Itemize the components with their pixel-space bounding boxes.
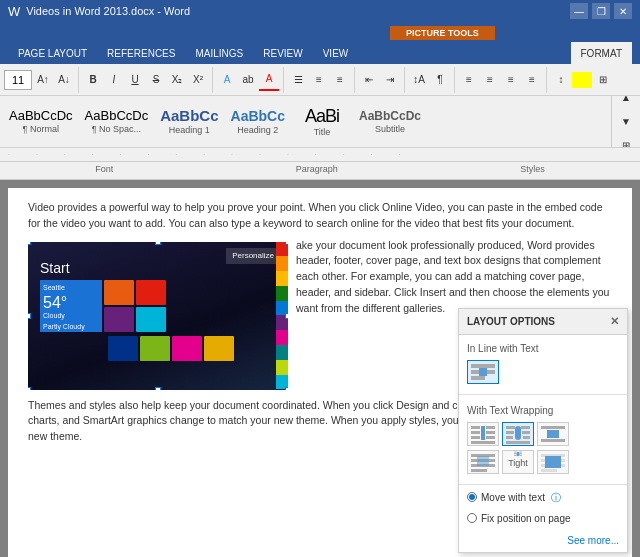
tile-r2 (140, 336, 170, 361)
swatch-yellow (276, 271, 288, 286)
move-with-text-radio[interactable] (467, 492, 477, 502)
tab-page-layout[interactable]: PAGE LAYOUT (8, 42, 97, 64)
wrap-through-btn[interactable] (502, 422, 534, 446)
borders-btn[interactable]: ⊞ (593, 69, 613, 91)
align-right-btn[interactable]: ≡ (501, 69, 521, 91)
show-hide-btn[interactable]: ¶ (430, 69, 450, 91)
font-size-input[interactable] (4, 70, 32, 90)
wrap-infront-btn[interactable] (537, 450, 569, 474)
tab-mailings[interactable]: MAILINGS (185, 42, 253, 64)
section-labels: Font Paragraph Styles (0, 162, 640, 180)
tile-maps (136, 307, 166, 332)
fix-position-option[interactable]: Fix position on page (459, 508, 627, 529)
wrap-icons-row2: Tight (467, 450, 619, 474)
style-heading1[interactable]: AaBbCc Heading 1 (155, 99, 223, 145)
body-text-2: ake your document look professionally pr… (296, 239, 609, 314)
tab-format[interactable]: FORMAT (571, 42, 632, 64)
fix-position-label: Fix position on page (481, 511, 571, 526)
panel-close-btn[interactable]: ✕ (610, 313, 619, 330)
style-no-spacing[interactable]: AaBbCcDc ¶ No Spac... (80, 99, 154, 145)
video-embed[interactable]: Start Personalize ✉ (28, 242, 288, 390)
section-paragraph[interactable]: Paragraph (288, 164, 346, 177)
increase-indent-btn[interactable]: ⇥ (380, 69, 400, 91)
weather-condition: Cloudy (43, 311, 99, 322)
styles-scroll-up[interactable]: ▲ (616, 96, 636, 109)
svg-rect-20 (541, 426, 565, 429)
line-spacing-btn[interactable]: ↕ (551, 69, 571, 91)
wrap-topbottom-btn[interactable] (537, 422, 569, 446)
superscript-btn[interactable]: X² (188, 69, 208, 91)
align-left-btn[interactable]: ≡ (459, 69, 479, 91)
bold-btn[interactable]: B (83, 69, 103, 91)
weather-temp: 54° (43, 295, 99, 311)
close-button[interactable]: ✕ (614, 3, 632, 19)
move-with-text-info[interactable]: ⓘ (551, 490, 561, 505)
styles-expand[interactable]: ⊞ (616, 135, 636, 149)
decrease-font-btn[interactable]: A↓ (54, 69, 74, 91)
weather-detail: Partly Cloudy (43, 322, 99, 333)
svg-rect-0 (471, 364, 495, 368)
style-normal[interactable]: AaBbCcDc ¶ Normal (4, 99, 78, 145)
style-title[interactable]: AaBi Title (292, 99, 352, 145)
handle-br (285, 387, 288, 390)
wrap-tight-btn[interactable]: Tight (502, 450, 534, 474)
justify-btn[interactable]: ≡ (522, 69, 542, 91)
tile-r3 (172, 336, 202, 361)
indent-group: ⇤ ⇥ (359, 67, 405, 93)
tile-music (104, 307, 134, 332)
styles-row: AaBbCcDc ¶ Normal AaBbCcDc ¶ No Spac... … (0, 96, 640, 148)
style-subtitle[interactable]: AaBbCcDc Subtitle (354, 99, 426, 145)
bullets-btn[interactable]: ☰ (288, 69, 308, 91)
svg-rect-17 (523, 436, 530, 439)
svg-rect-30 (514, 453, 516, 454)
wrap-inline-btn[interactable] (467, 360, 499, 384)
restore-button[interactable]: ❐ (592, 3, 610, 19)
tab-review[interactable]: REVIEW (253, 42, 312, 64)
minimize-button[interactable]: — (570, 3, 588, 19)
paragraph-2: ake your document look professionally pr… (296, 238, 612, 317)
wrap-inline-icon (469, 362, 497, 382)
layout-options-panel: LAYOUT OPTIONS ✕ In Line with Text (458, 308, 628, 553)
wrap-square-icon (469, 424, 497, 444)
multilevel-btn[interactable]: ≡ (330, 69, 350, 91)
svg-rect-32 (514, 454, 516, 455)
font-style-group: B I U S X₂ X² (83, 67, 213, 93)
fix-position-radio[interactable] (467, 513, 477, 523)
svg-rect-29 (520, 451, 522, 452)
section-styles[interactable]: Styles (512, 164, 553, 177)
swatch-lime (276, 360, 288, 375)
see-more-link[interactable]: See more... (459, 529, 627, 552)
style-heading2[interactable]: AaBbCc Heading 2 (226, 99, 290, 145)
shading-btn[interactable] (572, 72, 592, 88)
increase-font-btn[interactable]: A↑ (33, 69, 53, 91)
underline-btn[interactable]: U (125, 69, 145, 91)
tab-view[interactable]: VIEW (313, 42, 359, 64)
tile-video (136, 280, 166, 305)
decrease-indent-btn[interactable]: ⇤ (359, 69, 379, 91)
style-no-spacing-preview: AaBbCcDc (85, 109, 149, 122)
svg-rect-11 (481, 426, 485, 440)
swatch-green (276, 286, 288, 301)
wrap-behind-btn[interactable] (467, 450, 499, 474)
panel-header: LAYOUT OPTIONS ✕ (459, 309, 627, 335)
tab-references[interactable]: REFERENCES (97, 42, 185, 64)
styles-scroll-down[interactable]: ▼ (616, 111, 636, 133)
numbering-btn[interactable]: ≡ (309, 69, 329, 91)
font-color-btn[interactable]: A (259, 69, 279, 91)
sort-btn[interactable]: ↕A (409, 69, 429, 91)
text-effects-btn[interactable]: A (217, 69, 237, 91)
move-with-text-option[interactable]: Move with text ⓘ (459, 487, 627, 508)
inline-section: In Line with Text (459, 335, 627, 392)
window-controls: — ❐ ✕ (570, 3, 632, 19)
italic-btn[interactable]: I (104, 69, 124, 91)
weather-city: Seattle (43, 283, 99, 294)
align-center-btn[interactable]: ≡ (480, 69, 500, 91)
section-font[interactable]: Font (87, 164, 121, 177)
svg-rect-4 (471, 426, 480, 429)
subscript-btn[interactable]: X₂ (167, 69, 187, 91)
wrap-square-btn[interactable] (467, 422, 499, 446)
text-highlight-btn[interactable]: ab (238, 69, 258, 91)
strikethrough-btn[interactable]: S (146, 69, 166, 91)
tile-r4 (204, 336, 234, 361)
personalize-btn[interactable]: Personalize (226, 248, 280, 264)
